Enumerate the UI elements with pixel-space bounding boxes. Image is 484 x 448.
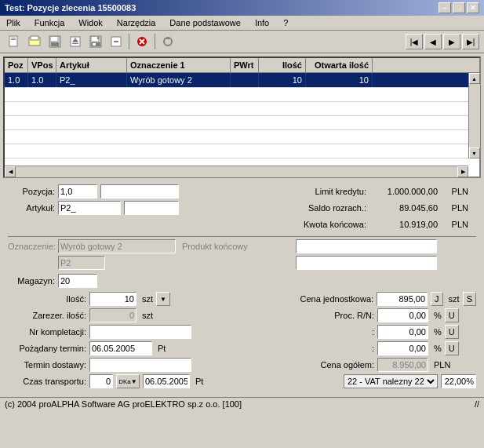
czas-date-input[interactable] bbox=[143, 374, 190, 388]
ilosc-unit: szt bbox=[142, 294, 153, 304]
left-form: Pozycja: Artykuł: bbox=[8, 184, 289, 234]
right-input-2[interactable] bbox=[296, 256, 437, 270]
data-grid: Poz VPos Artykuł Oznaczenie 1 PWrt Ilość… bbox=[3, 56, 481, 178]
proc-u-btn-1[interactable]: U bbox=[445, 308, 459, 322]
pozycja-input-2[interactable] bbox=[100, 184, 179, 199]
svg-rect-1 bbox=[11, 38, 16, 38]
toolbar-btn-3[interactable] bbox=[45, 33, 64, 50]
cena-jed-input[interactable] bbox=[377, 292, 428, 306]
toolbar-btn-1[interactable] bbox=[5, 33, 24, 50]
form-left-col: Ilość: szt ▼ Zarezer. ilość: szt Nr komp… bbox=[8, 292, 289, 391]
limit-kredytu-row: Limit kredytu: PLN bbox=[296, 184, 476, 199]
magazyn-input[interactable] bbox=[58, 274, 97, 288]
pozycja-input[interactable] bbox=[58, 184, 97, 199]
toolbar-btn-save[interactable] bbox=[86, 33, 105, 50]
menu-info[interactable]: Info bbox=[252, 17, 272, 28]
oznaczenie-left: Oznaczenie: Produkt końcowy bbox=[8, 239, 289, 272]
toolbar-btn-2[interactable] bbox=[25, 33, 44, 50]
p2-row bbox=[8, 256, 289, 270]
table-row[interactable]: 1.0 1.0 P2_ Wyrób gotowy 2 10 10 bbox=[5, 73, 479, 88]
artykul-input-2[interactable] bbox=[124, 201, 179, 215]
close-button[interactable]: ✕ bbox=[467, 2, 479, 13]
cena-og-unit: PLN bbox=[434, 360, 450, 370]
grid-header: Poz VPos Artykuł Oznaczenie 1 PWrt Ilość… bbox=[5, 58, 479, 73]
right-blank-1 bbox=[296, 239, 476, 253]
limit-input bbox=[369, 184, 440, 199]
oznaczenie-right bbox=[296, 239, 476, 272]
col-otwarta: Otwarta ilość bbox=[306, 58, 373, 72]
proc-row-3: : % U bbox=[296, 341, 476, 355]
cena-j-btn[interactable]: J bbox=[431, 292, 443, 306]
nr-kompletacji-input[interactable] bbox=[89, 325, 191, 339]
cena-szt: szt bbox=[449, 294, 460, 304]
menu-narzedzia[interactable]: Narzędzia bbox=[114, 17, 159, 28]
scroll-up[interactable]: ▲ bbox=[469, 73, 480, 84]
cell-pwrt bbox=[231, 73, 259, 87]
czas-label: Czas transportu: bbox=[8, 377, 86, 386]
termin-input[interactable] bbox=[89, 358, 191, 372]
toolbar-btn-5[interactable] bbox=[107, 33, 126, 50]
nav-first[interactable]: |◀ bbox=[406, 34, 423, 49]
menu-plik[interactable]: Plik bbox=[3, 17, 24, 28]
czas-input[interactable] bbox=[89, 374, 113, 388]
proc-u-btn-3[interactable]: U bbox=[445, 341, 459, 355]
ilosc-dropdown[interactable]: ▼ bbox=[156, 292, 170, 306]
menu-funkcja[interactable]: Funkcja bbox=[31, 17, 68, 28]
nav-prev[interactable]: ◀ bbox=[424, 34, 442, 49]
zarezer-row: Zarezer. ilość: szt bbox=[8, 308, 289, 322]
maximize-button[interactable]: □ bbox=[453, 2, 465, 13]
nav-last[interactable]: ▶| bbox=[462, 34, 479, 49]
toolbar-btn-refresh[interactable] bbox=[158, 33, 177, 50]
proc-input-2[interactable] bbox=[377, 325, 428, 339]
minimize-button[interactable]: – bbox=[439, 2, 451, 13]
limit-label: Limit kredytu: bbox=[296, 187, 366, 196]
nav-next[interactable]: ▶ bbox=[443, 34, 460, 49]
czas-unit-dropdown[interactable]: DKa▼ bbox=[116, 374, 140, 388]
col-vpos: VPos bbox=[28, 58, 56, 72]
col-artykul: Artykuł bbox=[56, 58, 127, 72]
col-ilosc: Ilość bbox=[259, 58, 306, 72]
table-row bbox=[5, 88, 479, 102]
proc-colon-1: : bbox=[296, 327, 374, 337]
magazyn-section: Magazyn: bbox=[8, 274, 476, 290]
status-text: (c) 2004 proALPHA Software AG proELEKTRO… bbox=[5, 399, 242, 409]
proc-rn-input[interactable] bbox=[377, 308, 428, 322]
menu-dane-podstawowe[interactable]: Dane podstawowe bbox=[166, 17, 244, 28]
svg-rect-9 bbox=[72, 43, 78, 44]
vat-pct-input[interactable] bbox=[441, 374, 476, 388]
nr-kompletacji-row: Nr kompletacji: bbox=[8, 325, 289, 339]
main-content: Poz VPos Artykuł Oznaczenie 1 PWrt Ilość… bbox=[0, 53, 484, 397]
menu-help[interactable]: ? bbox=[280, 17, 291, 28]
scroll-track bbox=[469, 84, 480, 148]
proc-input-3[interactable] bbox=[377, 341, 428, 355]
vertical-scrollbar[interactable]: ▲ ▼ bbox=[468, 73, 479, 158]
p2-input bbox=[58, 256, 105, 270]
window-title: Test: Pozycje zlecenia 15500083 bbox=[5, 3, 136, 13]
right-input-1[interactable] bbox=[296, 239, 437, 253]
termin-dostawy-row: Termin dostawy: bbox=[8, 358, 289, 372]
scroll-down[interactable]: ▼ bbox=[469, 148, 480, 158]
cell-ilosc: 10 bbox=[259, 73, 306, 87]
hscroll-right[interactable]: ▶ bbox=[457, 166, 468, 177]
ilosc-input[interactable] bbox=[89, 292, 136, 306]
proc-u-btn-2[interactable]: U bbox=[445, 325, 459, 339]
horizontal-scrollbar[interactable]: ◀ ▶ bbox=[5, 166, 468, 177]
toolbar-btn-4[interactable] bbox=[66, 33, 85, 50]
kwota-label: Kwota końcowa: bbox=[296, 220, 366, 229]
table-row bbox=[5, 144, 479, 158]
pozadany-input[interactable] bbox=[89, 341, 152, 355]
svg-rect-7 bbox=[51, 42, 59, 46]
svg-rect-2 bbox=[11, 39, 16, 40]
menu-widok[interactable]: Widok bbox=[75, 17, 106, 28]
toolbar-separator bbox=[129, 34, 129, 49]
vat-select[interactable]: 22 - VAT nalezny 22 % bbox=[344, 374, 438, 388]
svg-rect-0 bbox=[9, 36, 17, 46]
cena-og-input bbox=[377, 358, 428, 372]
hscroll-left[interactable]: ◀ bbox=[5, 166, 16, 177]
cena-s-btn[interactable]: S bbox=[463, 292, 476, 306]
table-row bbox=[5, 102, 479, 116]
artykul-input[interactable] bbox=[58, 201, 121, 215]
toolbar-btn-delete[interactable] bbox=[133, 33, 151, 50]
saldo-unit: PLN bbox=[445, 203, 468, 213]
col-pwrt: PWrt bbox=[231, 58, 259, 72]
